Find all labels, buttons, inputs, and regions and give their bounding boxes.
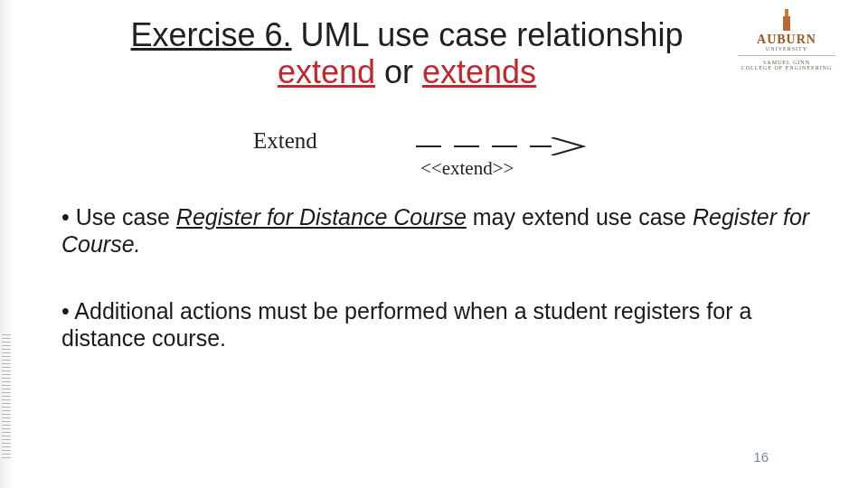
title-or: or [375,53,422,90]
page-number: 16 [753,449,769,465]
diagram-stereotype-label: <<extend>> [420,157,514,180]
auburn-logo: AUBURN UNIVERSITY SAMUEL GINN COLLEGE OF… [732,9,841,70]
bullet-1-usecase-1: Register for Distance Course [176,204,467,230]
title-red-1: extend [278,53,375,90]
bullet-1: • Use case Register for Distance Course … [61,203,812,258]
slide-title: Exercise 6. UML use case relationship ex… [90,16,723,91]
title-exercise-number: Exercise 6. [131,16,292,53]
slide: Exercise 6. UML use case relationship ex… [0,0,868,488]
logo-text-college: COLLEGE OF ENGINEERING [732,65,841,70]
dashed-arrow-icon [416,137,588,155]
bullet-1-lead: • Use case [61,204,176,230]
diagram-extend-label: Extend [253,128,317,154]
logo-divider [738,55,835,56]
bullet-2: • Additional actions must be performed w… [61,297,812,352]
title-red-2: extends [422,53,536,90]
tower-icon [780,9,793,31]
bullet-2-text: • Additional actions must be performed w… [61,298,751,351]
logo-text-university: UNIVERSITY [732,46,841,52]
logo-text-auburn: AUBURN [732,33,841,47]
uml-extend-diagram: Extend <<extend>> [253,117,615,190]
left-bar-stripes [2,334,11,461]
title-rest-1: UML use case relationship [292,16,684,53]
body-text: • Use case Register for Distance Course … [61,203,812,391]
left-decorative-bar [0,0,13,488]
bullet-1-mid: may extend use case [467,204,693,230]
